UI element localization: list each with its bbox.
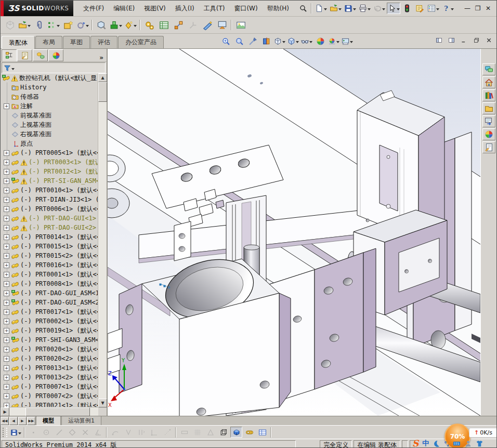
minimize-button[interactable]: — bbox=[462, 4, 473, 13]
wireframe-cube-button[interactable] bbox=[217, 427, 229, 438]
assembly-features-button[interactable] bbox=[109, 18, 123, 32]
expand-toggle[interactable]: + bbox=[4, 206, 9, 212]
menu-item-6[interactable]: 帮助(H) bbox=[263, 1, 294, 16]
tree-row-34[interactable]: +(-) PRT0007<2> (默认<<默 bbox=[1, 391, 98, 401]
dropdown-arrow[interactable] bbox=[324, 8, 327, 12]
move-component-button[interactable] bbox=[76, 18, 89, 32]
close-button[interactable]: ✕ bbox=[483, 4, 493, 13]
options-list-button[interactable] bbox=[426, 3, 440, 14]
dropdown-arrow[interactable] bbox=[28, 25, 31, 29]
doc-minimize-button[interactable] bbox=[459, 36, 468, 44]
snap-grid-button[interactable] bbox=[191, 427, 203, 438]
dropdown-arrow[interactable] bbox=[382, 8, 385, 12]
expand-toggle[interactable]: + bbox=[4, 262, 9, 268]
snap-diamond-button[interactable] bbox=[66, 427, 78, 438]
filter-dropdown-arrow[interactable] bbox=[11, 68, 15, 72]
tree-row-27[interactable]: +(-) PRT0019<1> (默认<<默 bbox=[1, 326, 98, 335]
dropdown-arrow[interactable] bbox=[397, 8, 400, 12]
dropdown-arrow[interactable] bbox=[57, 25, 60, 29]
panel-tab-configurationmanager[interactable] bbox=[33, 49, 48, 61]
open-button[interactable] bbox=[329, 3, 342, 14]
expand-toggle[interactable]: + bbox=[4, 356, 9, 362]
menu-item-3[interactable]: 插入(I) bbox=[171, 1, 199, 16]
menu-item-5[interactable]: 窗口(W) bbox=[229, 1, 262, 16]
tree-row-16[interactable]: +(-) PRT-DAO-GUI<2> ( bbox=[1, 223, 98, 232]
snap-angle-button[interactable] bbox=[92, 427, 104, 438]
tree-row-30[interactable]: +(-) PRT0020<2> (默认<<默 bbox=[1, 354, 98, 363]
edit-appearance-button[interactable] bbox=[314, 35, 326, 47]
instant-3d-button[interactable] bbox=[201, 18, 214, 32]
scroll-down-button[interactable]: ▼ bbox=[98, 399, 107, 407]
snap-mid-button[interactable] bbox=[122, 427, 134, 438]
tree-row-15[interactable]: +(-) PRT-DAO-GUI<1> ( bbox=[1, 214, 98, 223]
tree-horizontal-scrollbar[interactable]: ◀ ▶ bbox=[1, 407, 98, 416]
tab-nav-last[interactable]: ▶▶ bbox=[27, 417, 35, 425]
tree-row-20[interactable]: +(-) PRT0016<1> (默认<<默 bbox=[1, 260, 98, 270]
vertical-scroll-thumb[interactable] bbox=[98, 82, 107, 102]
expand-toggle[interactable]: + bbox=[4, 150, 9, 156]
section-view-button[interactable] bbox=[260, 35, 272, 47]
expand-toggle[interactable]: + bbox=[4, 365, 9, 371]
smart-fasteners-button[interactable] bbox=[61, 18, 75, 32]
traffic-light-button[interactable] bbox=[401, 3, 413, 14]
snap-dots-button[interactable] bbox=[161, 427, 173, 438]
horizontal-scroll-thumb[interactable] bbox=[25, 407, 90, 416]
dropdown-arrow[interactable] bbox=[134, 25, 137, 29]
dropdown-arrow[interactable] bbox=[296, 41, 299, 45]
wand-button[interactable] bbox=[246, 35, 259, 47]
shaded-cube-button[interactable] bbox=[230, 427, 242, 438]
menu-item-2[interactable]: 视图(V) bbox=[139, 1, 171, 16]
tab-nav-first[interactable]: ◀◀ bbox=[1, 417, 9, 425]
tree-row-11[interactable]: +(-) PRT-SI-GAN_ASM<1 bbox=[1, 176, 98, 186]
expand-toggle[interactable]: + bbox=[4, 234, 9, 240]
tree-row-8[interactable]: +(-) PRT0005<1> (默认<<默 bbox=[1, 148, 98, 157]
expand-toggle[interactable]: + bbox=[4, 291, 9, 296]
tree-row-23[interactable]: +(-) PRT-DAO-GUI_ASM<1> bbox=[1, 288, 98, 298]
network-speed-widget[interactable]: ↑ 0K/s bbox=[469, 428, 497, 438]
apply-scene-button[interactable] bbox=[328, 35, 340, 47]
expand-toggle[interactable]: + bbox=[4, 375, 9, 380]
tree-row-24[interactable]: +(-) PRT-DAO-GUI_ASM<2> bbox=[1, 298, 98, 307]
tree-row-22[interactable]: +(-) PRT0008<1> (默认<<默 bbox=[1, 279, 98, 288]
tree-row-28[interactable]: +(-) PRT-SHI-GAN3_ASM<1> bbox=[1, 335, 98, 345]
dropdown-arrow[interactable] bbox=[336, 41, 339, 45]
tree-row-13[interactable]: +(-) PRT-DIAN-JI3<1> (默 bbox=[1, 195, 98, 204]
display-style-button[interactable] bbox=[287, 35, 299, 47]
scroll-up-button[interactable]: ▲ bbox=[98, 73, 107, 82]
tree-row-14[interactable]: +(-) PRT0006<1> (默认<<默 bbox=[1, 204, 98, 214]
snap-point-button[interactable] bbox=[27, 427, 39, 438]
tree-row-0[interactable]: 数控钻孔机 (默认<默认_显 bbox=[1, 73, 98, 83]
viewport-3d[interactable]: Y X Z bbox=[108, 49, 480, 416]
panel-expand-chevron[interactable]: » bbox=[99, 54, 103, 61]
panel-tab-featuremanager[interactable] bbox=[2, 49, 17, 61]
zoom-fit-button[interactable] bbox=[219, 35, 232, 47]
command-tab-0[interactable]: 装配体 bbox=[2, 36, 35, 49]
expand-toggle[interactable]: + bbox=[4, 403, 9, 408]
taskpane-folder-button[interactable] bbox=[482, 102, 495, 114]
expand-toggle[interactable]: + bbox=[4, 160, 9, 165]
dropdown-arrow[interactable] bbox=[338, 8, 342, 12]
expand-toggle[interactable]: + bbox=[4, 272, 9, 278]
new-doc-button[interactable] bbox=[314, 3, 328, 14]
expand-toggle[interactable]: + bbox=[4, 225, 9, 231]
help-button[interactable]: ? bbox=[441, 3, 454, 14]
expand-toggle[interactable]: + bbox=[4, 309, 9, 315]
view-settings-button[interactable] bbox=[341, 35, 354, 47]
motion-study-button[interactable] bbox=[142, 18, 156, 32]
tree-row-21[interactable]: +(-) PRT0001<1> (默认<<默 bbox=[1, 270, 98, 279]
expand-toggle[interactable]: + bbox=[4, 319, 9, 324]
dropdown-arrow[interactable] bbox=[309, 41, 312, 45]
expand-toggle[interactable]: + bbox=[4, 216, 9, 221]
expand-toggle[interactable]: + bbox=[4, 328, 9, 334]
insert-component-button[interactable] bbox=[3, 18, 17, 32]
tree-row-18[interactable]: +(-) PRT0015<1> (默认<<默 bbox=[1, 242, 98, 251]
expand-toggle[interactable]: + bbox=[4, 197, 9, 203]
tree-row-31[interactable]: +(-) PRT0013<1> (默认<<默 bbox=[1, 363, 98, 373]
toolbar-drag-handle[interactable] bbox=[3, 428, 7, 437]
tree-row-4[interactable]: 前视基准面 bbox=[1, 111, 98, 120]
search-button[interactable] bbox=[297, 3, 309, 14]
sogou-logo[interactable]: S bbox=[412, 439, 418, 447]
snap-rect-button[interactable] bbox=[178, 427, 190, 438]
expand-toggle[interactable]: + bbox=[4, 178, 9, 184]
pane-right-button[interactable] bbox=[447, 36, 456, 44]
